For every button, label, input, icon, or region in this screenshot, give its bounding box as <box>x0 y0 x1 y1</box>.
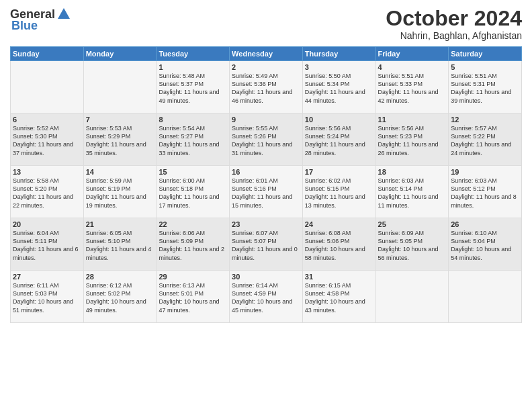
cell-text: Sunset: 5:10 PM <box>86 237 154 245</box>
day-number: 4 <box>378 63 447 71</box>
cell-text: Sunrise: 6:11 AM <box>13 281 81 289</box>
calendar-cell: 3Sunrise: 5:50 AMSunset: 5:34 PMDaylight… <box>302 61 375 113</box>
cell-text: Sunset: 5:37 PM <box>159 80 227 88</box>
day-number: 14 <box>86 168 154 176</box>
calendar-cell: 29Sunrise: 6:13 AMSunset: 5:01 PMDayligh… <box>157 271 230 323</box>
calendar-cell: 11Sunrise: 5:56 AMSunset: 5:23 PMDayligh… <box>375 113 449 166</box>
cell-text: Daylight: 11 hours and 31 minutes. <box>232 140 300 156</box>
cell-text: Daylight: 11 hours and 33 minutes. <box>159 140 227 156</box>
cell-text: Sunset: 5:12 PM <box>451 185 519 193</box>
calendar-table: Sunday Monday Tuesday Wednesday Thursday… <box>10 46 522 323</box>
day-number: 19 <box>451 168 519 176</box>
cell-text: Daylight: 11 hours and 13 minutes. <box>305 193 373 209</box>
cell-text: Daylight: 11 hours and 11 minutes. <box>378 193 447 209</box>
day-number: 21 <box>86 220 154 228</box>
day-number: 3 <box>305 63 373 71</box>
day-number: 8 <box>159 116 227 124</box>
cell-text: Daylight: 11 hours and 6 minutes. <box>13 245 81 261</box>
cell-text: Sunset: 5:24 PM <box>305 132 373 140</box>
cell-text: Sunrise: 6:14 AM <box>232 281 300 289</box>
cell-text: Daylight: 11 hours and 17 minutes. <box>159 193 227 209</box>
cell-text: Daylight: 11 hours and 0 minutes. <box>232 245 300 261</box>
cell-text: Sunrise: 6:07 AM <box>232 229 300 237</box>
cell-text: Sunset: 5:04 PM <box>451 237 519 245</box>
day-number: 5 <box>451 63 519 71</box>
day-number: 9 <box>232 116 300 124</box>
cell-text: Sunrise: 5:51 AM <box>378 72 447 80</box>
cell-text: Daylight: 10 hours and 56 minutes. <box>378 245 447 261</box>
cell-text: Daylight: 10 hours and 51 minutes. <box>13 298 81 314</box>
cell-text: Sunset: 5:16 PM <box>232 185 300 193</box>
cell-text: Sunrise: 6:03 AM <box>378 177 447 185</box>
day-number: 29 <box>159 273 227 281</box>
cell-text: Sunrise: 5:57 AM <box>451 124 519 132</box>
calendar-cell: 14Sunrise: 5:59 AMSunset: 5:19 PMDayligh… <box>83 166 157 218</box>
day-number: 6 <box>13 116 81 124</box>
calendar-cell: 21Sunrise: 6:05 AMSunset: 5:10 PMDayligh… <box>83 218 157 271</box>
header: General Blue October 2024 Nahrin, Baghla… <box>10 7 522 41</box>
calendar-cell: 20Sunrise: 6:04 AMSunset: 5:11 PMDayligh… <box>11 218 84 271</box>
calendar-header: Sunday Monday Tuesday Wednesday Thursday… <box>11 47 522 61</box>
cell-text: Sunrise: 6:12 AM <box>86 281 154 289</box>
cell-text: Sunset: 5:02 PM <box>86 289 154 298</box>
calendar-cell: 25Sunrise: 6:09 AMSunset: 5:05 PMDayligh… <box>375 218 449 271</box>
cell-text: Sunset: 5:07 PM <box>232 237 300 245</box>
cell-text: Sunset: 4:58 PM <box>305 289 373 298</box>
cell-text: Daylight: 10 hours and 45 minutes. <box>232 298 300 314</box>
cell-text: Daylight: 11 hours and 2 minutes. <box>159 245 227 261</box>
cell-text: Daylight: 11 hours and 26 minutes. <box>378 140 447 156</box>
calendar-cell: 6Sunrise: 5:52 AMSunset: 5:30 PMDaylight… <box>11 113 84 166</box>
calendar-cell: 16Sunrise: 6:01 AMSunset: 5:16 PMDayligh… <box>230 166 303 218</box>
cell-text: Daylight: 11 hours and 8 minutes. <box>451 193 519 209</box>
cell-text: Daylight: 11 hours and 19 minutes. <box>86 193 154 209</box>
cell-text: Daylight: 11 hours and 49 minutes. <box>159 88 227 104</box>
calendar-cell: 12Sunrise: 5:57 AMSunset: 5:22 PMDayligh… <box>449 113 522 166</box>
cell-text: Sunset: 5:34 PM <box>305 80 373 88</box>
header-sunday: Sunday <box>11 47 84 61</box>
cell-text: Daylight: 11 hours and 4 minutes. <box>86 245 154 261</box>
day-number: 25 <box>378 220 447 228</box>
calendar-week-row: 6Sunrise: 5:52 AMSunset: 5:30 PMDaylight… <box>11 113 522 166</box>
day-number: 31 <box>305 273 373 281</box>
calendar-cell: 31Sunrise: 6:15 AMSunset: 4:58 PMDayligh… <box>302 271 375 323</box>
cell-text: Sunrise: 6:15 AM <box>305 281 373 289</box>
day-number: 2 <box>232 63 300 71</box>
cell-text: Daylight: 11 hours and 44 minutes. <box>305 88 373 104</box>
cell-text: Daylight: 10 hours and 47 minutes. <box>159 298 227 314</box>
cell-text: Sunset: 5:27 PM <box>159 132 227 140</box>
title-area: October 2024 Nahrin, Baghlan, Afghanista… <box>386 7 522 41</box>
header-saturday: Saturday <box>449 47 522 61</box>
calendar-cell: 4Sunrise: 5:51 AMSunset: 5:33 PMDaylight… <box>375 61 449 113</box>
day-number: 7 <box>86 116 154 124</box>
calendar-cell <box>375 271 449 323</box>
calendar-cell: 27Sunrise: 6:11 AMSunset: 5:03 PMDayligh… <box>11 271 84 323</box>
cell-text: Sunset: 5:09 PM <box>159 237 227 245</box>
calendar-cell: 1Sunrise: 5:48 AMSunset: 5:37 PMDaylight… <box>157 61 230 113</box>
cell-text: Sunrise: 5:49 AM <box>232 72 300 80</box>
header-friday: Friday <box>375 47 449 61</box>
cell-text: Sunrise: 5:50 AM <box>305 72 373 80</box>
header-monday: Monday <box>83 47 157 61</box>
calendar-cell: 5Sunrise: 5:51 AMSunset: 5:31 PMDaylight… <box>449 61 522 113</box>
calendar-cell: 9Sunrise: 5:55 AMSunset: 5:26 PMDaylight… <box>230 113 303 166</box>
cell-text: Sunrise: 6:06 AM <box>159 229 227 237</box>
cell-text: Sunrise: 5:53 AM <box>86 124 154 132</box>
cell-text: Sunrise: 5:59 AM <box>86 177 154 185</box>
cell-text: Sunrise: 5:55 AM <box>232 124 300 132</box>
calendar-week-row: 20Sunrise: 6:04 AMSunset: 5:11 PMDayligh… <box>11 218 522 271</box>
day-number: 30 <box>232 273 300 281</box>
day-number: 24 <box>305 220 373 228</box>
calendar-cell: 24Sunrise: 6:08 AMSunset: 5:06 PMDayligh… <box>302 218 375 271</box>
cell-text: Sunset: 5:14 PM <box>378 185 447 193</box>
cell-text: Sunset: 5:18 PM <box>159 185 227 193</box>
cell-text: Sunset: 5:30 PM <box>13 132 81 140</box>
calendar-cell: 22Sunrise: 6:06 AMSunset: 5:09 PMDayligh… <box>157 218 230 271</box>
logo-icon <box>56 7 71 21</box>
cell-text: Sunrise: 6:01 AM <box>232 177 300 185</box>
day-number: 26 <box>451 220 519 228</box>
cell-text: Daylight: 11 hours and 42 minutes. <box>378 88 447 104</box>
calendar-cell: 10Sunrise: 5:56 AMSunset: 5:24 PMDayligh… <box>302 113 375 166</box>
page-container: General Blue October 2024 Nahrin, Baghla… <box>0 0 532 326</box>
cell-text: Sunset: 5:36 PM <box>232 80 300 88</box>
cell-text: Sunset: 5:06 PM <box>305 237 373 245</box>
